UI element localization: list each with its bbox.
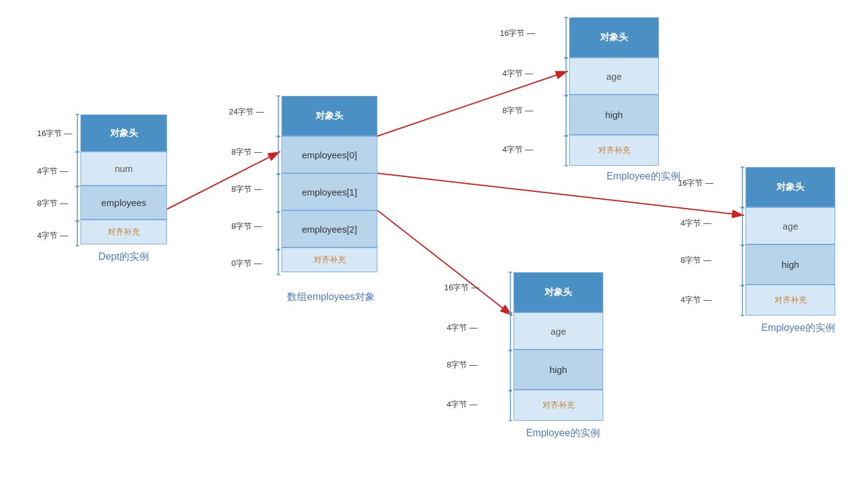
dept-size-2: 4字节 — (37, 166, 68, 177)
dept-cell-employees: employees (80, 186, 167, 220)
svg-line-2 (377, 71, 568, 136)
emp3-cell-age: age (746, 207, 835, 244)
arr-size-4: 8字节 — (231, 221, 262, 232)
dept-size-3: 8字节 — (37, 198, 68, 209)
emp2-size-1: 16字节 — (444, 282, 479, 293)
emp2-size-3: 8字节 — (447, 359, 478, 371)
emp2-size-2: 4字节 — (447, 322, 478, 333)
dept-cell-header: 对象头 (80, 114, 167, 152)
emp3-block: 对象头 age high 对齐补充 (746, 167, 835, 316)
emp1-size-1: 16字节 — (500, 28, 535, 39)
emp3-cell-header: 对象头 (746, 167, 835, 207)
dept-cell-num: num (80, 152, 167, 186)
emp2-size-4: 4字节 — (447, 399, 478, 410)
emp1-cell-age: age (569, 58, 659, 95)
emp1-size-2: 4字节 — (502, 68, 533, 79)
arr-cell-padding: 对齐补充 (281, 247, 377, 272)
arr-size-2: 8字节 — (231, 147, 262, 158)
emp3-cell-padding: 对齐补充 (746, 285, 835, 316)
dept-size-1: 16字节 — (37, 128, 72, 139)
dept-block: 对象头 num employees 对齐补充 (80, 114, 167, 244)
emp2-cell-header: 对象头 (513, 272, 603, 312)
emp1-block: 对象头 age high 对齐补充 (569, 17, 659, 166)
diagram: 16字节 — 4字节 — 8字节 — 4字节 — 对象头 num employe… (0, 0, 868, 490)
emp3-size-2: 4字节 — (681, 218, 711, 229)
arr-size-3: 8字节 — (231, 184, 262, 195)
emp1-cell-high: high (569, 95, 659, 135)
dept-size-4: 4字节 — (37, 230, 68, 241)
arrows-svg (0, 0, 868, 490)
svg-line-1 (167, 152, 280, 209)
emp1-size-3: 8字节 — (502, 105, 533, 116)
emp1-size-4: 4字节 — (502, 144, 533, 155)
emp3-size-4: 4字节 — (681, 294, 711, 306)
emp2-cell-age: age (513, 312, 603, 350)
emp3-size-1: 16字节 — (678, 178, 713, 189)
arr-size-5: 0字节 — (231, 258, 262, 269)
emp3-caption: Employee的实例 (730, 322, 866, 335)
arr-cell-2: employees[2] (281, 210, 377, 247)
emp3-size-3: 8字节 — (681, 255, 711, 266)
emp3-cell-high: high (746, 244, 835, 285)
array-block: 对象头 employees[0] employees[1] employees[… (281, 96, 377, 272)
dept-caption: Dept的实例 (80, 251, 167, 264)
arr-cell-header: 对象头 (281, 96, 377, 136)
emp1-cell-padding: 对齐补充 (569, 135, 659, 166)
emp2-cell-padding: 对齐补充 (513, 390, 603, 421)
emp2-caption: Employee的实例 (495, 427, 631, 440)
arr-cell-0: employees[0] (281, 136, 377, 173)
emp2-block: 对象头 age high 对齐补充 (513, 272, 603, 421)
array-caption: 数组employees对象 (257, 291, 405, 304)
emp1-cell-header: 对象头 (569, 17, 659, 58)
emp2-cell-high: high (513, 350, 603, 390)
dept-cell-padding: 对齐补充 (80, 220, 167, 244)
arr-size-1: 24字节 — (229, 106, 264, 118)
arr-cell-1: employees[1] (281, 173, 377, 210)
